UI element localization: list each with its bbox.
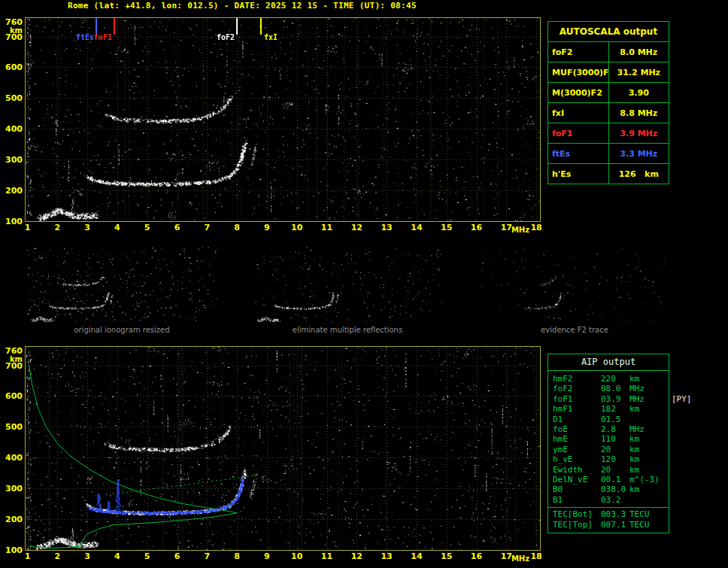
- aip-row-d1: D101.5: [548, 415, 669, 424]
- aip-row-yme: ymE20km: [548, 445, 669, 454]
- bottom-plot-xtick-16: 16: [468, 551, 486, 561]
- top-plot-xtick-16: 16: [468, 223, 486, 232]
- bottom-plot-xtick-3: 3: [78, 551, 96, 561]
- aip-param-flag: [PY]: [672, 394, 692, 404]
- thumbnail-original-canvas: [27, 247, 217, 322]
- thumbnail-evidence-f2-label: evidence F2 trace: [480, 326, 669, 334]
- aip-param-unit: km: [629, 445, 639, 454]
- autoscala-param-m-3000-f2: M(3000)F2: [548, 83, 609, 103]
- bottom-plot-xtick-14: 14: [408, 551, 426, 561]
- autoscala-value-fof1: 3.9 MHz: [608, 123, 669, 144]
- autoscala-table-body: foF28.0 MHzMUF(3000)F231.2 MHzM(3000)F23…: [548, 42, 669, 184]
- aip-param-name: ymE: [553, 445, 601, 454]
- aip-param-unit: km: [629, 434, 639, 444]
- aip-param-value: 110: [601, 434, 629, 444]
- aip-row-hmf1: hmF1182km: [548, 404, 669, 414]
- thumbnail-evidence-f2-canvas: [480, 247, 669, 322]
- aip-table-rows: hmF2220kmfoF208.0MHzfoF103.9MHz[PY]hmF11…: [548, 374, 669, 530]
- aip-param-value: 038.0: [601, 484, 629, 494]
- aip-param-value: 220: [601, 374, 629, 384]
- top-plot-ytick-400: 400: [2, 124, 23, 134]
- top-plot-xtick-13: 13: [378, 223, 396, 232]
- autoscala-window: Rome (lat: +41.8, lon: 012.5) - DATE: 20…: [0, 0, 728, 568]
- aip-param-name: foF2: [553, 384, 601, 393]
- top-plot-yaxis-unit: km: [2, 26, 23, 35]
- bottom-plot-xtick-2: 2: [48, 551, 66, 561]
- thumbnail-evidence-f2: evidence F2 trace: [480, 247, 669, 334]
- aip-param-name: B1: [553, 495, 601, 505]
- aip-param-name: DelN_vE: [553, 475, 601, 484]
- autoscala-table-header: AUTOSCALA output: [548, 22, 669, 42]
- aip-row-tec-top: TEC[Top]007.1TECU: [548, 520, 669, 530]
- autoscala-param-fof1: foF1: [548, 123, 609, 144]
- aip-param-value: 03.9: [601, 394, 629, 404]
- top-plot-xtick-12: 12: [347, 223, 366, 232]
- thumbnail-eliminate-reflections-canvas: [253, 247, 442, 322]
- aip-param-unit: km: [629, 374, 639, 384]
- top-plot-ytick-500: 500: [2, 93, 23, 103]
- bottom-plot-xaxis-unit: MHz: [509, 554, 532, 563]
- autoscala-row-m-3000-f2: M(3000)F23.90: [548, 83, 669, 103]
- autoscala-value-fof2: 8.0 MHz: [608, 42, 669, 62]
- aip-param-value: 00.1: [601, 475, 629, 484]
- top-plot-xtick-10: 10: [288, 223, 306, 232]
- bottom-plot-xtick-13: 13: [378, 551, 396, 561]
- aip-param-unit: m^(-3): [629, 475, 660, 484]
- thumbnail-eliminate-reflections-label: eliminate multiple reflections: [253, 326, 442, 334]
- aip-param-name: B0: [553, 484, 601, 494]
- aip-param-value: 20: [601, 465, 629, 475]
- autoscala-param-ftes: ftEs: [548, 144, 609, 164]
- aip-row-fof2: foF208.0MHz: [548, 384, 669, 393]
- aip-param-value: 120: [601, 454, 629, 464]
- aip-param-unit: km: [629, 465, 639, 475]
- bottom-plot-ytick-300: 300: [2, 484, 23, 494]
- bottom-plot-ytick-400: 400: [2, 453, 23, 463]
- aip-row-fof1: foF103.9MHz[PY]: [548, 394, 669, 404]
- autoscala-table-header-row: AUTOSCALA output: [548, 22, 669, 42]
- top-plot-xtick-15: 15: [438, 223, 456, 232]
- bottom-plot-xtick-5: 5: [138, 551, 156, 561]
- bottom-plot-xtick-15: 15: [438, 551, 456, 561]
- aip-param-name: hmE: [553, 434, 601, 444]
- aip-param-value: 03.2: [601, 495, 629, 505]
- aip-row-ewidth: Ewidth20km: [548, 465, 669, 475]
- autoscala-value-fxi: 8.8 MHz: [608, 103, 669, 123]
- top-plot-xtick-6: 6: [168, 223, 187, 232]
- aip-row-b1: B103.2: [548, 495, 669, 505]
- aip-param-value: 20: [601, 445, 629, 454]
- aip-param-value: 003.3: [601, 509, 629, 519]
- top-plot-xtick-9: 9: [258, 223, 276, 232]
- autoscala-row-fof1: foF13.9 MHz: [548, 123, 669, 144]
- aip-param-name: D1: [553, 415, 601, 424]
- autoscala-value-ftes: 3.3 MHz: [608, 144, 669, 164]
- aip-param-name: foE: [553, 424, 601, 434]
- aip-row-b0: B0038.0km: [548, 484, 669, 494]
- bottom-ionogram-canvas: [25, 346, 541, 551]
- aip-output-table: AIP output hmF2220kmfoF208.0MHzfoF103.9M…: [548, 354, 669, 533]
- autoscala-row-ftes: ftEs3.3 MHz: [548, 144, 669, 164]
- autoscala-output-table: AUTOSCALA output foF28.0 MHzMUF(3000)F23…: [548, 21, 669, 184]
- aip-row-deln-ve: DelN_vE00.1m^(-3): [548, 475, 669, 484]
- bottom-plot-ytick-500: 500: [2, 422, 23, 432]
- aip-table-header: AIP output: [548, 354, 669, 371]
- top-plot-xtick-7: 7: [198, 223, 216, 232]
- autoscala-param-fxi: fxI: [548, 103, 609, 123]
- top-plot-xtick-1: 1: [19, 223, 37, 232]
- top-plot-xtick-5: 5: [138, 223, 156, 232]
- station-date-title: Rome (lat: +41.8, lon: 012.5) - DATE: 20…: [68, 1, 417, 11]
- autoscala-row-h-es: h'Es126 km: [548, 164, 669, 184]
- autoscala-row-muf-3000-f2: MUF(3000)F231.2 MHz: [548, 62, 669, 83]
- autoscala-value-muf-3000-f2: 31.2 MHz: [608, 62, 669, 83]
- top-plot-xtick-11: 11: [318, 223, 336, 232]
- aip-param-name: h_vE: [553, 454, 601, 464]
- autoscala-row-fof2: foF28.0 MHz: [548, 42, 669, 62]
- bottom-plot-xtick-11: 11: [318, 551, 336, 561]
- bottom-plot-xtick-6: 6: [168, 551, 187, 561]
- aip-param-name: Ewidth: [553, 465, 601, 475]
- autoscala-value-m-3000-f2: 3.90: [608, 83, 669, 103]
- thumbnail-eliminate-reflections: eliminate multiple reflections: [253, 247, 442, 334]
- aip-param-unit: km: [629, 454, 639, 464]
- aip-row-tec-bot: TEC[Bot]003.3TECU: [548, 507, 669, 519]
- aip-row-hme: hmE110km: [548, 434, 669, 444]
- aip-row-foe: foE2.8MHz: [548, 424, 669, 434]
